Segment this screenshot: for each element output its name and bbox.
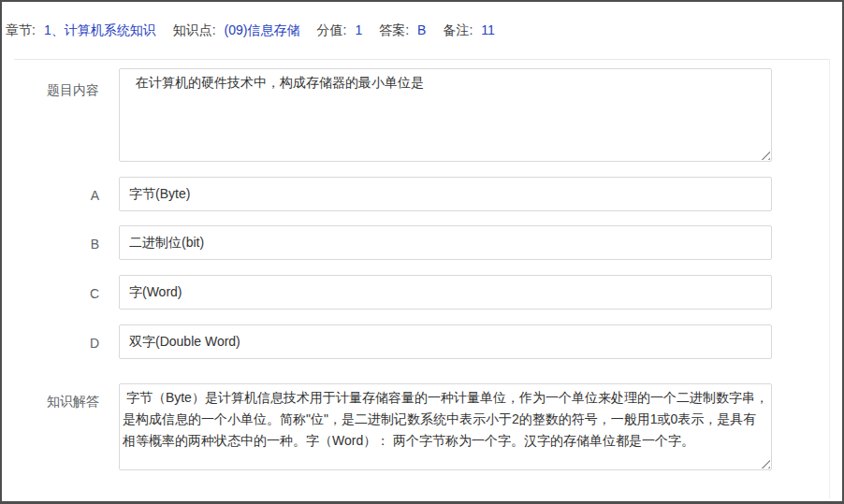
meta-chapter: 章节: 1、计算机系统知识	[6, 21, 156, 39]
header-divider	[14, 59, 830, 60]
question-meta-bar: 章节: 1、计算机系统知识 知识点: (09)信息存储 分值: 1 答案: B …	[6, 21, 512, 39]
option-d-label: D	[2, 334, 99, 353]
explanation-field: 字节（Byte）是计算机信息技术用于计量存储容量的一种计量单位，作为一个单位来处…	[119, 383, 772, 470]
option-c-label: C	[2, 284, 99, 303]
content-card-right-edge	[829, 59, 830, 498]
question-detail-page: 章节: 1、计算机系统知识 知识点: (09)信息存储 分值: 1 答案: B …	[0, 0, 844, 504]
explanation-label: 知识解答	[2, 392, 99, 410]
meta-answer: 答案: B	[379, 21, 426, 39]
question-content-textarea[interactable]: 在计算机的硬件技术中，构成存储器的最小单位是	[119, 68, 772, 162]
meta-score: 分值: 1	[316, 21, 362, 39]
score-label: 分值:	[316, 21, 346, 39]
knowledge-point-value: (09)信息存储	[225, 21, 300, 39]
chapter-label: 章节:	[6, 21, 36, 39]
answer-value: B	[417, 21, 426, 39]
score-value: 1	[355, 21, 362, 39]
meta-remark: 备注: 11	[443, 21, 494, 39]
question-content-field: 在计算机的硬件技术中，构成存储器的最小单位是	[119, 68, 772, 162]
option-a-label: A	[2, 186, 99, 205]
meta-knowledge-point: 知识点: (09)信息存储	[173, 21, 300, 39]
answer-label: 答案:	[379, 21, 409, 39]
explanation-textarea[interactable]: 字节（Byte）是计算机信息技术用于计量存储容量的一种计量单位，作为一个单位来处…	[119, 383, 772, 470]
question-content-label: 题目内容	[2, 80, 99, 99]
remark-value: 11	[481, 21, 495, 39]
knowledge-point-label: 知识点:	[173, 21, 216, 39]
option-d-input[interactable]	[119, 324, 772, 359]
chapter-value: 1、计算机系统知识	[44, 21, 156, 39]
option-b-input[interactable]	[119, 225, 772, 260]
option-a-input[interactable]	[119, 177, 772, 211]
remark-label: 备注:	[443, 21, 473, 39]
option-b-label: B	[2, 235, 99, 253]
option-c-input[interactable]	[119, 275, 772, 310]
